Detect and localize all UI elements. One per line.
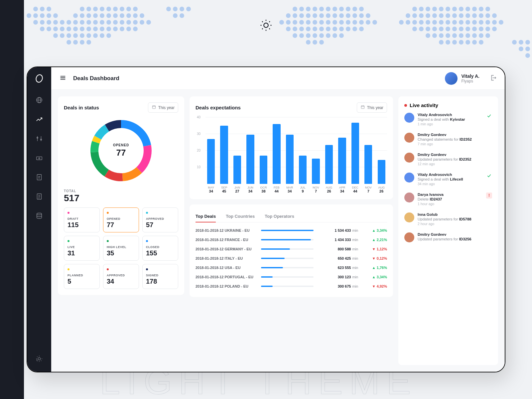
bar-col [310,159,321,184]
deal-delta: ▼ 4,92% [361,284,387,288]
status-tile-value: 115 [67,221,96,229]
status-dot-icon [146,212,148,214]
bar-xlabel: AUG [324,186,334,189]
deal-row[interactable]: 2018-01-2018-12 FRANCE - EU1 434 333min▲… [196,235,387,244]
status-tile-high-level[interactable]: HIGH LEVEL35 [103,236,139,261]
deal-row[interactable]: 2018-01-2018-12 PORTUGAL - EU300 123min▲… [196,272,387,282]
svg-point-0 [264,23,268,27]
bar [233,156,241,184]
bar-xlabel: JUN [245,186,256,189]
bar-col [284,135,295,184]
app-window: $ Deals Dashboard Vitaly A. Flyaps [27,66,505,372]
activity-item[interactable]: Vitaly AndrosovichSigned a deal with Kyi… [404,113,492,126]
tab-top-operators[interactable]: Top Operators [265,210,294,222]
deal-row[interactable]: 2018-01-2018-12 GERMANY - EU800 588min▼ … [196,244,387,254]
status-tile-name: LIVE [67,245,96,249]
status-tile-name: APPROVED [107,274,135,277]
activity-item[interactable]: Darya IvanovaDelete ID24371 hour ago! [404,193,492,206]
activity-desc: Updated parameters for ID3256 [418,237,483,241]
bar-col [245,135,256,184]
deal-value: 623 555min [316,266,358,270]
expectations-bar-chart: 10203040 [196,117,387,184]
bar-col [350,123,361,184]
total-label: TOTAL [64,189,79,193]
status-dot-icon [146,240,148,242]
bar-xvalue: 44 [271,189,282,193]
svg-rect-22 [37,194,42,200]
gridline: 40 [205,117,387,117]
status-tile-approved[interactable]: APPROVED34 [103,264,139,289]
svg-point-18 [39,158,40,159]
user-block[interactable]: Vitaly A. Flyaps [445,72,497,85]
activity-item[interactable]: Dmitry GordeevUpdated parameters for ID3… [404,232,492,242]
deal-row[interactable]: 2018-01-2018-12 USA - EU623 555min▲ 1,76… [196,263,387,272]
status-tile-draft[interactable]: DRAFT115 [64,207,100,232]
activity-avatar [404,113,414,123]
activity-desc: Updated parameters for ID2352 [418,157,483,161]
bar-xvalue: 7 [310,189,321,193]
activity-desc: Delete ID2437 [418,197,483,201]
deal-name: 2018-01-2018-12 ITALY - EU [196,256,258,260]
status-period-button[interactable]: This year [148,102,178,113]
database-icon[interactable] [36,212,43,219]
status-tile-closed[interactable]: CLOSED155 [142,236,178,261]
activity-time: 34 min ago [418,182,483,186]
logout-icon[interactable] [489,74,497,83]
deal-row[interactable]: 2018-01-2018-12 UKRAINE - EU1 534 433min… [196,226,387,235]
status-period-label: This year [158,105,175,110]
deal-bar [261,248,314,250]
bar-col [232,156,243,184]
bar-xlabel: MAR [284,186,295,189]
top-deals-tabs: Top DealsTop CountriesTop Operators [196,210,387,222]
bar [260,156,267,184]
deal-row[interactable]: 2018-01-2018-12 POLAND - EU300 675min▼ 4… [196,282,387,291]
activity-user: Dmitry Gordeev [418,153,483,157]
sliders-icon[interactable] [36,135,43,142]
bar-xvalue: 34 [205,189,216,193]
deal-delta: ▲ 3,34% [361,275,387,279]
svg-line-3 [262,21,263,22]
logo-icon[interactable] [35,74,44,84]
deal-value: 800 588min [316,247,358,251]
globe-icon[interactable] [36,96,43,104]
money-icon[interactable] [36,154,43,162]
bar-xlabel: JUL [297,186,308,189]
activity-item[interactable]: Dmitry GordeevChanged statements for ID2… [404,133,492,146]
invoice-icon[interactable]: $ [36,174,43,181]
bar [378,160,385,184]
activity-item[interactable]: Dmitry GordeevUpdated parameters for ID2… [404,153,492,166]
status-tile-live[interactable]: LIVE31 [64,236,100,261]
status-tile-planned[interactable]: PLANNED5 [64,264,100,289]
top-deals-list: 2018-01-2018-12 UKRAINE - EU1 534 433min… [196,226,387,291]
activity-item[interactable]: Inna GolubUpdated parameters for ID57882… [404,212,492,226]
bar-xvalue: 26 [376,189,387,193]
bar-xvalue: 26 [324,189,334,193]
bar-xlabel: SEP [218,186,229,189]
analytics-icon[interactable] [36,116,43,123]
status-dot-icon [107,212,109,214]
status-tile-signed[interactable]: SIGNED178 [142,264,178,289]
svg-rect-50 [361,106,364,109]
sidebar: $ [27,67,51,372]
donut-center-value: 77 [116,148,126,158]
activity-time: 1 min ago [418,122,483,126]
status-tile-opened[interactable]: OPENED77 [103,207,139,232]
bar [220,126,228,184]
status-tile-name: HIGH LEVEL [107,245,135,249]
deal-name: 2018-01-2018-12 FRANCE - EU [196,238,258,242]
activity-item[interactable]: Vitaly AndrosovichSigned a deal with Lif… [404,173,492,186]
deal-row[interactable]: 2018-01-2018-12 ITALY - EU650 425min▼ 0,… [196,254,387,263]
bar [364,145,372,184]
status-tile-approved[interactable]: APPROVED57 [142,207,178,232]
document-icon[interactable] [36,193,43,200]
tab-top-deals[interactable]: Top Deals [196,210,216,222]
tab-top-countries[interactable]: Top Countries [226,210,255,222]
menu-icon[interactable] [59,74,66,83]
theme-toggle-icon[interactable] [36,355,43,362]
bar-xvalue: 38 [258,189,269,193]
activity-user: Vitaly Androsovich [418,113,483,117]
live-dot-icon [404,104,407,107]
deal-delta: ▲ 1,76% [361,266,387,270]
expectations-period-button[interactable]: This year [357,102,387,113]
svg-line-8 [269,21,270,22]
